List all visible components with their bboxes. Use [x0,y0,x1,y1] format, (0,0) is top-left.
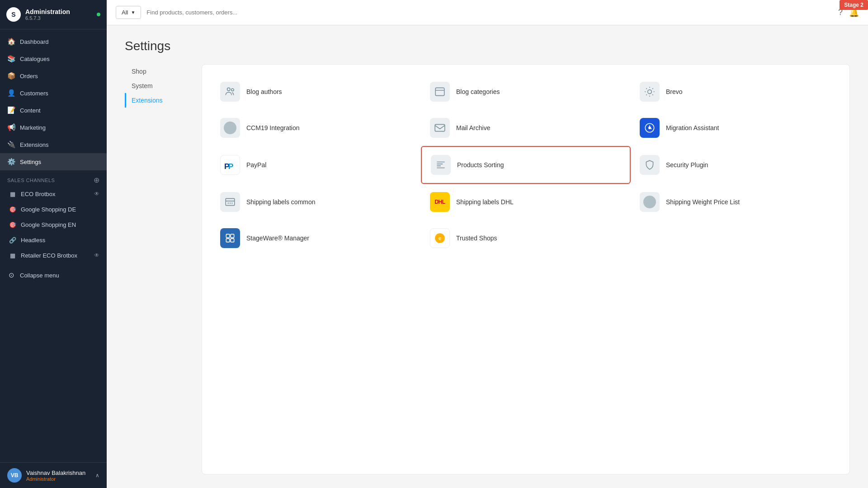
sidebar-item-google-shopping-en[interactable]: 🎯 Google Shopping EN [0,217,107,232]
blog-categories-label: Blog categories [456,88,500,95]
sidebar-item-eco-brotbox[interactable]: ▦ ECO Brotbox 👁 [0,186,107,202]
svg-rect-21 [231,239,234,242]
paypal-label: PayPal [246,161,266,169]
channel-label: Headless [21,237,45,244]
sidebar-item-label: Dashboard [20,38,49,45]
search-input[interactable] [146,6,833,19]
shipping-weight-price-list-label: Shipping Weight Price List [666,198,740,206]
sidebar-nav: 🏠 Dashboard 📚 Catalogues 📦 Orders 👤 Cust… [0,29,107,462]
main-area: All ▼ ? 🔔 Stage 2 Settings Shop System E… [107,0,868,488]
svg-point-6 [649,127,651,129]
customers-icon: 👤 [7,89,15,97]
sidebar-item-label: Settings [20,159,41,165]
target-icon-2: 🎯 [9,221,16,228]
extensions-icon: 🔌 [7,141,15,149]
sidebar-item-label: Extensions [20,141,49,148]
dashboard-icon: 🏠 [7,38,15,46]
page-body: Shop System Extensions Blog authors [125,64,850,474]
sidebar-header: S Administration 6.5.7.3 [0,0,107,29]
ext-trusted-shops[interactable]: e Trusted Shops [421,220,631,256]
page-title: Settings [125,39,850,53]
sidebar-item-label: Content [20,107,41,114]
ext-shipping-labels-dhl[interactable]: DHL Shipping labels DHL [421,184,631,220]
settings-nav-system[interactable]: System [125,79,188,93]
content-area: Settings Shop System Extensions [107,25,868,488]
sidebar-item-label: Marketing [20,124,46,131]
user-profile[interactable]: VB Vaishnav Balakrishnan Administrator ∧ [7,468,99,483]
paypal-icon: PP [220,155,240,175]
sidebar-item-label: Catalogues [20,56,50,62]
orders-icon: 📦 [7,72,15,80]
search-filter-button[interactable]: All ▼ [116,6,141,19]
ext-blog-categories[interactable]: Blog categories [421,74,631,110]
sidebar-item-customers[interactable]: 👤 Customers [0,84,107,102]
ext-migration-assistant[interactable]: Migration Assistant [631,110,840,146]
ext-stageware-manager[interactable]: StageWare® Manager [211,220,421,256]
ext-blog-authors[interactable]: Blog authors [211,74,421,110]
products-sorting-icon [431,155,451,175]
extensions-panel: Blog authors Blog categories [202,64,850,474]
filter-label: All [122,9,128,16]
extensions-grid: Blog authors Blog categories [211,74,840,256]
brevo-label: Brevo [666,88,683,95]
shipping-labels-dhl-label: Shipping labels DHL [456,198,514,206]
settings-nav-extensions[interactable]: Extensions [125,93,188,108]
security-plugin-icon [640,155,660,175]
collapse-icon: ⊙ [7,271,15,279]
ext-shipping-weight-price-list[interactable]: Shipping Weight Price List [631,184,840,220]
topbar: All ▼ ? 🔔 Stage 2 [107,0,868,25]
app-name: Administration [25,8,70,15]
shipping-weight-price-list-icon [640,192,660,212]
marketing-icon: 📢 [7,123,15,131]
svg-point-0 [227,88,231,91]
ext-mail-archive[interactable]: Mail Archive [421,110,631,146]
svg-rect-13 [226,198,235,205]
channel-label: Retailer ECO Brotbox [21,252,77,259]
blog-categories-icon [430,82,450,102]
settings-nav-shop[interactable]: Shop [125,64,188,79]
sidebar-item-extensions[interactable]: 🔌 Extensions [0,136,107,153]
sidebar-item-content[interactable]: 📝 Content [0,102,107,119]
user-name: Vaishnav Balakrishnan [26,469,91,476]
shipping-labels-common-label: Shipping labels common [246,198,316,206]
eye-icon: 👁 [94,191,99,197]
stageware-manager-label: StageWare® Manager [246,235,309,242]
ext-security-plugin[interactable]: Security Plugin [631,146,840,184]
ext-ccm19[interactable]: CCM19 Integration [211,110,421,146]
sidebar-item-orders[interactable]: 📦 Orders [0,67,107,84]
ext-brevo[interactable]: Brevo [631,74,840,110]
ccm19-label: CCM19 Integration [246,124,300,131]
sidebar-item-dashboard[interactable]: 🏠 Dashboard [0,33,107,50]
sidebar-item-headless[interactable]: 🔗 Headless [0,232,107,248]
sidebar-item-marketing[interactable]: 📢 Marketing [0,119,107,136]
svg-text:P: P [228,162,234,171]
chevron-up-icon: ∧ [95,472,99,479]
svg-rect-2 [435,88,444,95]
online-indicator [97,13,100,16]
sidebar-item-collapse[interactable]: ⊙ Collapse menu [0,267,107,284]
svg-point-3 [648,90,652,94]
sidebar-item-label: Customers [20,90,48,97]
ext-products-sorting[interactable]: Products Sorting [421,146,631,184]
shipping-labels-dhl-icon: DHL [430,192,450,212]
blog-authors-icon [220,82,240,102]
add-sales-channel-icon[interactable]: ⊕ [94,176,100,184]
eye-icon-2: 👁 [94,252,99,258]
sidebar-item-google-shopping-de[interactable]: 🎯 Google Shopping DE [0,202,107,217]
settings-icon: ⚙️ [7,158,15,166]
app-version: 6.5.7.3 [25,15,70,21]
ext-paypal[interactable]: PP PayPal [211,146,421,184]
blog-authors-label: Blog authors [246,88,282,95]
trusted-shops-icon: e [430,228,450,248]
brevo-icon [640,82,660,102]
mail-archive-icon [430,118,450,138]
ext-shipping-labels-common[interactable]: Shipping labels common [211,184,421,220]
svg-rect-20 [226,239,230,242]
sidebar-item-retailer-eco-brotbox[interactable]: ▦ Retailer ECO Brotbox 👁 [0,248,107,263]
sidebar-item-settings[interactable]: ⚙️ Settings [0,153,107,170]
svg-rect-19 [231,234,234,238]
app-logo: S [6,7,21,22]
page-inner: Settings Shop System Extensions [125,39,850,474]
grid-icon-2: ▦ [9,252,16,259]
sidebar-item-catalogues[interactable]: 📚 Catalogues [0,50,107,67]
